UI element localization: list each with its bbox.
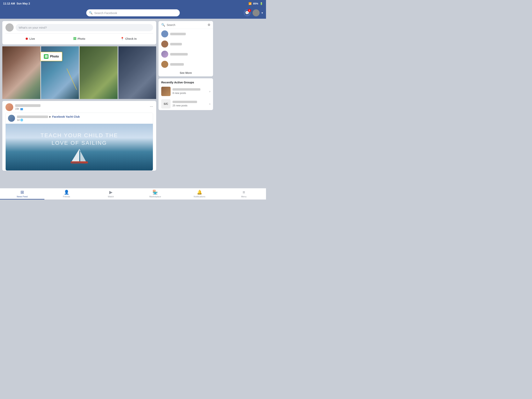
messenger-badge: 3	[248, 9, 251, 12]
post-avatar	[6, 103, 13, 111]
news-feed-icon: ⊞	[20, 190, 24, 195]
group-name-bar-1	[172, 88, 200, 90]
search-bar[interactable]: 🔍 Search Facebook	[86, 9, 180, 16]
contact-item-1[interactable]	[158, 29, 213, 39]
post-card: 15h 👥 ... ▶ Facebook Yacht Club	[2, 101, 156, 171]
contact-name-1	[170, 33, 186, 35]
contact-item-2[interactable]	[158, 39, 213, 49]
photo-icon: 🖼	[73, 37, 76, 40]
post-name-bar	[15, 104, 40, 107]
groups-card: Recently Active Groups 8 new posts › S/C…	[158, 78, 213, 110]
contact-avatar-3	[161, 51, 168, 58]
battery-icon: 🔋	[260, 2, 263, 5]
tooltip-photo-icon: 🖼	[44, 54, 49, 59]
checkin-icon: 📍	[120, 37, 124, 40]
contact-avatar-4	[161, 61, 168, 68]
checkin-button[interactable]: 📍 Check In	[104, 35, 153, 42]
photo-grid-wrapper: 🖼 Photo	[2, 46, 156, 99]
see-more-button[interactable]: See More	[158, 69, 213, 76]
contact-item-4[interactable]	[158, 59, 213, 69]
composer-input[interactable]: What's on your mind?	[16, 24, 153, 31]
nav-right: 💬 3 ▾	[244, 9, 263, 16]
group-item-2[interactable]: S/C 25 new posts ›	[158, 98, 213, 110]
profile-avatar[interactable]	[253, 9, 260, 16]
composer-avatar	[6, 23, 14, 32]
sailing-line2: LOVE OF SAILING	[6, 139, 153, 147]
group-chevron-2: ›	[209, 102, 210, 105]
composer-top: What's on your mind?	[6, 23, 153, 32]
photo-tooltip: 🖼 Photo	[40, 52, 62, 61]
messenger-button[interactable]: 💬 3	[244, 9, 251, 16]
notifications-label: Notifications	[194, 195, 205, 198]
contacts-card: 🔍 Search ⚙ See More	[158, 21, 213, 76]
tab-menu[interactable]: ≡ Menu	[222, 188, 266, 200]
date-display: Sun May 2	[17, 2, 30, 5]
svg-line-0	[79, 149, 80, 151]
composer-card: What's on your mind? ⏺ Live 🖼 Photo 📍 Ch…	[2, 21, 156, 45]
tab-friends[interactable]: 👤 Friends	[44, 188, 89, 200]
sidebar-search-input[interactable]: Search	[167, 23, 206, 26]
news-feed-label: News Feed	[17, 195, 28, 198]
shared-post: ▶ Facebook Yacht Club 1d 🌐 TEACH YOUR CH…	[6, 113, 153, 171]
sidebar-search-icon: 🔍	[161, 23, 165, 27]
photo-cell-3[interactable]	[80, 46, 118, 99]
live-button[interactable]: ⏺ Live	[6, 35, 55, 42]
shared-author-row: ▶ Facebook Yacht Club	[17, 115, 80, 118]
group-name-bar-2	[172, 101, 197, 103]
photo-button[interactable]: 🖼 Photo	[55, 35, 104, 42]
shared-group-name[interactable]: Facebook Yacht Club	[52, 115, 80, 118]
status-left: 11:12 AM Sun May 2	[3, 2, 30, 5]
feed-column: What's on your mind? ⏺ Live 🖼 Photo 📍 Ch…	[2, 21, 156, 188]
photo-cell-4[interactable]	[118, 46, 156, 99]
groups-section-title: Recently Active Groups	[158, 78, 213, 85]
watch-icon: ▶	[109, 190, 113, 195]
contact-item-3[interactable]	[158, 49, 213, 59]
tooltip-label: Photo	[50, 55, 59, 58]
marketplace-icon: 🏪	[152, 190, 158, 195]
post-author: 15h 👥	[6, 103, 40, 111]
shared-time: 1d	[17, 119, 19, 121]
sidebar: 🔍 Search ⚙ See More	[158, 21, 213, 188]
menu-icon: ≡	[243, 190, 245, 195]
sidebar-gear-icon[interactable]: ⚙	[208, 23, 210, 27]
contact-avatar-1	[161, 30, 168, 37]
main-layout: What's on your mind? ⏺ Live 🖼 Photo 📍 Ch…	[0, 19, 266, 188]
tab-marketplace[interactable]: 🏪 Marketplace	[133, 188, 177, 200]
contact-avatar-2	[161, 40, 168, 48]
shared-post-header: ▶ Facebook Yacht Club 1d 🌐	[6, 113, 153, 124]
tab-watch[interactable]: ▶ Watch	[89, 188, 133, 200]
post-author-info: 15h 👥	[15, 104, 40, 110]
sidebar-search: 🔍 Search ⚙	[158, 21, 213, 29]
shared-meta: 1d 🌐	[17, 119, 80, 121]
contact-name-4	[170, 63, 184, 66]
bottom-tab-bar: ⊞ News Feed 👤 Friends ▶ Watch 🏪 Marketpl…	[0, 188, 266, 200]
sailing-text: TEACH YOUR CHILD THE LOVE OF SAILING	[6, 131, 153, 147]
live-label: Live	[29, 37, 35, 40]
marketplace-label: Marketplace	[149, 195, 161, 198]
group-item-1[interactable]: 8 new posts ›	[158, 85, 213, 98]
sailing-image: TEACH YOUR CHILD THE LOVE OF SAILING	[6, 124, 153, 170]
friends-label: Friends	[63, 195, 70, 198]
sailing-line1: TEACH YOUR CHILD THE	[6, 131, 153, 139]
friends-icon: 👥	[20, 108, 23, 110]
photo-cell-1[interactable]	[2, 46, 40, 99]
sailboat-illustration	[68, 147, 91, 167]
group-thumb-1	[161, 87, 171, 96]
tab-notifications[interactable]: 🔔 Notifications	[177, 188, 222, 200]
group-chevron-1: ›	[209, 90, 210, 93]
shared-author-info: ▶ Facebook Yacht Club 1d 🌐	[17, 115, 80, 121]
post-more-button[interactable]: ...	[150, 103, 153, 108]
status-bar: 11:12 AM Sun May 2 📶 85% 🔋	[0, 0, 266, 7]
friends-tab-icon: 👤	[64, 190, 69, 195]
top-nav: 🔍 Search Facebook 💬 3 ▾	[0, 7, 266, 19]
search-placeholder: Search Facebook	[94, 11, 117, 15]
photo-label: Photo	[77, 37, 85, 40]
tab-news-feed[interactable]: ⊞ News Feed	[0, 188, 44, 200]
group-posts-2: 25 new posts	[172, 104, 207, 107]
battery-display: 85%	[253, 2, 258, 5]
search-icon: 🔍	[89, 11, 93, 15]
nav-chevron-icon[interactable]: ▾	[261, 11, 263, 14]
post-header: 15h 👥 ...	[2, 101, 156, 113]
wifi-icon: 📶	[248, 2, 252, 5]
group-info-1: 8 new posts	[172, 88, 207, 95]
